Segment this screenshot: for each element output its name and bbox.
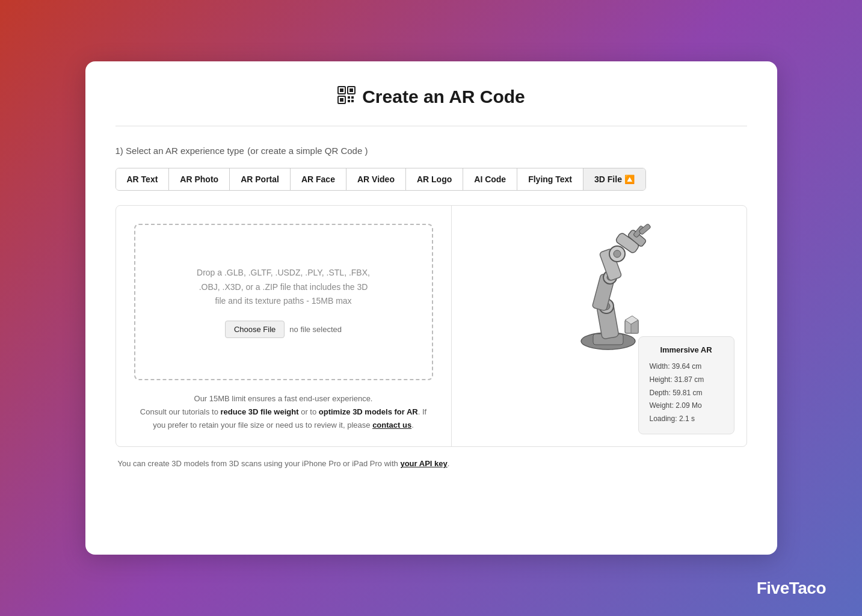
content-area: Drop a .GLB, .GLTF, .USDZ, .PLY, .STL, .…	[115, 205, 747, 447]
contact-us-link[interactable]: contact us	[372, 420, 411, 430]
info-line1: Our 15MB limit ensures a fast end-user e…	[134, 392, 433, 405]
immersive-title: Immersive AR	[650, 345, 723, 354]
bottom-note: You can create 3D models from 3D scans u…	[115, 458, 747, 470]
tab-ar-face[interactable]: AR Face	[291, 168, 346, 190]
tab-flying-text[interactable]: Flying Text	[517, 168, 583, 190]
svg-rect-3	[349, 88, 353, 92]
tab-3d-file[interactable]: 3D File 🔼	[583, 168, 645, 190]
tab-ai-code[interactable]: AI Code	[463, 168, 517, 190]
immersive-height: Height: 31.87 cm	[650, 374, 723, 387]
tab-ar-text[interactable]: AR Text	[116, 168, 170, 190]
tab-ar-portal[interactable]: AR Portal	[230, 168, 291, 190]
title-divider	[115, 126, 747, 126]
file-input-row: Choose File no file selected	[225, 321, 342, 338]
tab-ar-logo[interactable]: AR Logo	[406, 168, 463, 190]
brand-label: FiveTaco	[757, 579, 826, 598]
tab-ar-photo[interactable]: AR Photo	[169, 168, 230, 190]
preview-panel: Immersive AR Width: 39.64 cm Height: 31.…	[470, 206, 747, 446]
page-title: Create an AR Code	[362, 87, 525, 107]
api-key-link[interactable]: your API key	[400, 459, 447, 468]
svg-rect-1	[340, 88, 343, 92]
tabs-row: AR Text AR Photo AR Portal AR Face AR Vi…	[115, 168, 646, 191]
section-label: 1) Select an AR experience type (or crea…	[115, 143, 747, 157]
svg-rect-5	[340, 98, 343, 102]
immersive-loading: Loading: 2.1 s	[650, 413, 723, 426]
choose-file-button[interactable]: Choose File	[225, 321, 285, 338]
info-line2: Consult our tutorials to reduce 3D file …	[134, 405, 433, 432]
immersive-width: Width: 39.64 cm	[650, 360, 723, 374]
title-row: Create an AR Code	[115, 85, 747, 108]
immersive-weight: Weight: 2.09 Mo	[650, 399, 723, 413]
svg-rect-8	[348, 100, 350, 102]
qr-code-icon	[337, 85, 356, 108]
no-file-label: no file selected	[289, 325, 342, 334]
svg-rect-6	[348, 96, 350, 99]
svg-rect-9	[351, 100, 354, 102]
immersive-card: Immersive AR Width: 39.64 cm Height: 31.…	[638, 336, 734, 434]
upload-panel: Drop a .GLB, .GLTF, .USDZ, .PLY, .STL, .…	[116, 206, 452, 446]
drop-instruction: Drop a .GLB, .GLTF, .USDZ, .PLY, .STL, .…	[193, 266, 374, 309]
drop-zone[interactable]: Drop a .GLB, .GLTF, .USDZ, .PLY, .STL, .…	[134, 224, 433, 380]
tab-ar-video[interactable]: AR Video	[346, 168, 406, 190]
info-section: Our 15MB limit ensures a fast end-user e…	[134, 392, 433, 432]
svg-rect-7	[351, 96, 354, 99]
main-card: Create an AR Code 1) Select an AR experi…	[85, 61, 777, 555]
immersive-depth: Depth: 59.81 cm	[650, 387, 723, 400]
svg-point-20	[614, 250, 621, 257]
